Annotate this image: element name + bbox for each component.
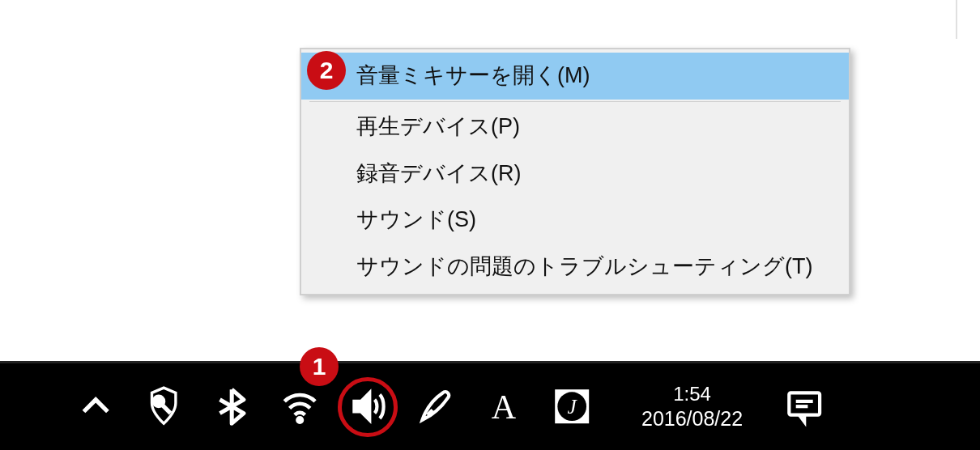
- speaker-icon[interactable]: [345, 384, 390, 430]
- svg-rect-5: [789, 393, 820, 415]
- speaker-context-menu: 音量ミキサーを開く(M) 再生デバイス(P) 録音デバイス(R) サウンド(S)…: [300, 48, 850, 295]
- annotation-badge-2: 2: [307, 51, 346, 90]
- clock-date: 2016/08/22: [641, 406, 743, 431]
- menu-separator: [309, 101, 841, 102]
- pen-icon[interactable]: [413, 384, 458, 430]
- chevron-up-icon[interactable]: [73, 384, 118, 430]
- menu-item-label: 録音デバイス(R): [356, 161, 521, 185]
- ime-indicator-icon[interactable]: A: [481, 384, 526, 430]
- menu-item-label: 再生デバイス(P): [356, 114, 520, 138]
- taskbar-clock[interactable]: 1:54 2016/08/22: [641, 382, 743, 431]
- bluetooth-icon[interactable]: [209, 384, 254, 430]
- menu-item-recording-devices[interactable]: 録音デバイス(R): [301, 151, 849, 197]
- menu-item-label: サウンド(S): [356, 207, 476, 231]
- wifi-icon[interactable]: [277, 384, 322, 430]
- menu-item-troubleshoot-sound[interactable]: サウンドの問題のトラブルシューティング(T): [301, 244, 849, 291]
- svg-point-1: [297, 418, 301, 422]
- ime-letter: A: [492, 388, 516, 427]
- menu-item-label: 音量ミキサーを開く(M): [356, 63, 590, 87]
- menu-item-volume-mixer[interactable]: 音量ミキサーを開く(M): [301, 53, 849, 100]
- badge-number: 1: [313, 353, 326, 380]
- notification-icon[interactable]: [782, 384, 827, 430]
- app-j-icon[interactable]: J: [549, 384, 594, 430]
- menu-item-playback-devices[interactable]: 再生デバイス(P): [301, 104, 849, 151]
- badge-number: 2: [320, 57, 334, 84]
- clock-time: 1:54: [641, 382, 743, 406]
- menu-item-sounds[interactable]: サウンド(S): [301, 197, 849, 244]
- annotation-badge-1: 1: [300, 347, 339, 386]
- svg-text:J: J: [567, 396, 577, 418]
- decorative-stripe: [956, 0, 957, 39]
- taskbar: A J 1:54 2016/08/22: [0, 361, 980, 450]
- menu-item-label: サウンドの問題のトラブルシューティング(T): [356, 254, 812, 278]
- security-icon[interactable]: [141, 384, 186, 430]
